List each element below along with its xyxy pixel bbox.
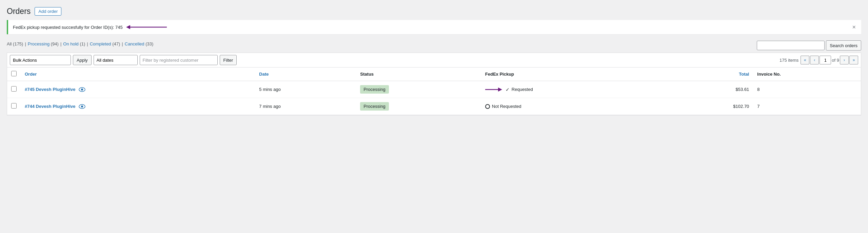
date-sort-link[interactable]: Date (259, 72, 269, 77)
row-2-circle-icon (485, 104, 490, 109)
svg-point-7 (81, 105, 83, 108)
row-2-order-cell: #744 Devesh PluginHive (21, 98, 255, 115)
row-2-fedex-cell: Not Requested (481, 98, 671, 115)
pagination-prev-button[interactable]: ‹ (810, 56, 819, 64)
pagination-first-button[interactable]: « (801, 56, 809, 64)
row-2-fedex-label: Not Requested (492, 104, 521, 109)
tab-all-label: All (7, 41, 12, 46)
status-column-header: Status (356, 67, 481, 81)
tab-on-hold-count: (1) (79, 41, 85, 46)
select-all-column (7, 67, 21, 81)
select-all-checkbox[interactable] (11, 71, 17, 76)
fedex-pickup-column-header: FedEx Pickup (481, 67, 671, 81)
page-number-input[interactable] (820, 56, 831, 64)
notice-text: FedEx pickup requested succesfully for O… (13, 25, 123, 30)
tab-completed-count: (47) (111, 41, 120, 46)
bulk-actions-select[interactable]: Bulk Actions Mark processing Mark on-hol… (10, 55, 71, 65)
tab-cancelled[interactable]: Cancelled (125, 41, 144, 46)
total-column-header: Total (671, 67, 753, 81)
row-1-status-cell: Processing (356, 81, 481, 98)
tab-on-hold[interactable]: On hold (63, 41, 79, 46)
row-2-status-badge: Processing (360, 102, 389, 111)
pagination: « ‹ of 9 › » (801, 56, 858, 64)
svg-marker-5 (498, 88, 502, 92)
items-count: 175 items (780, 58, 798, 63)
notice-close-button[interactable]: × (851, 23, 856, 31)
row-1-order-link[interactable]: #745 Devesh PluginHive (25, 87, 76, 92)
row-2-view-icon[interactable] (79, 104, 85, 109)
row-1-date-cell: 5 mins ago (255, 81, 356, 98)
row-2-date-cell: 7 mins ago (255, 98, 356, 115)
total-sort-link[interactable]: Total (739, 72, 749, 77)
row-1-check-icon: ✓ (506, 87, 510, 92)
row-1-total-cell: $53.61 (671, 81, 753, 98)
filter-tabs: All (175) | Processing (94) | On hold (1… (7, 41, 153, 46)
tab-completed[interactable]: Completed (90, 41, 111, 46)
add-order-button[interactable]: Add order (35, 7, 61, 16)
row-1-checkbox[interactable] (11, 86, 17, 92)
row-2-status-cell: Processing (356, 98, 481, 115)
row-1-order-cell: #745 Devesh PluginHive (21, 81, 255, 98)
svg-marker-1 (126, 25, 130, 29)
row-1-invoice-cell: 8 (753, 81, 861, 98)
row-2-checkbox[interactable] (11, 103, 17, 109)
search-orders-button[interactable]: Search orders (826, 40, 861, 51)
customer-filter-select[interactable]: Filter by registered customer (140, 55, 218, 65)
pagination-last-button[interactable]: » (849, 56, 858, 64)
tab-processing-count: (94) (50, 41, 59, 46)
order-column-header: Order (21, 67, 255, 81)
row-1-status-badge: Processing (360, 85, 389, 94)
toolbar: Bulk Actions Mark processing Mark on-hol… (7, 53, 861, 67)
date-column-header: Date (255, 67, 356, 81)
table-row: #744 Devesh PluginHive 7 mins ago Proces… (7, 98, 861, 115)
filter-button[interactable]: Filter (220, 55, 237, 65)
page-title: Orders (7, 7, 31, 16)
tab-processing[interactable]: Processing (28, 41, 50, 46)
apply-button[interactable]: Apply (73, 55, 92, 65)
tab-cancelled-count: (33) (144, 41, 154, 46)
row-1-checkbox-cell (7, 81, 21, 98)
row-1-fedex-arrow-icon (485, 86, 502, 93)
notice-bar: FedEx pickup requested succesfully for O… (7, 20, 861, 34)
row-1-view-icon[interactable] (79, 87, 85, 92)
page-of-text: of 9 (832, 58, 839, 63)
notice-arrow (126, 24, 170, 30)
svg-point-3 (81, 89, 83, 91)
row-2-invoice-cell: 7 (753, 98, 861, 115)
pagination-next-button[interactable]: › (840, 56, 849, 64)
row-1-fedex-cell: ✓ Requested (481, 81, 671, 98)
row-1-fedex-label: Requested (512, 87, 533, 92)
dates-select[interactable]: All dates January 2024 February 2024 (94, 55, 138, 65)
table-row: #745 Devesh PluginHive 5 mins ago Proces… (7, 81, 861, 98)
invoice-column-header: Invoice No. (753, 67, 861, 81)
orders-table: Order Date Status FedEx Pickup Total Inv… (7, 67, 861, 115)
row-2-checkbox-cell (7, 98, 21, 115)
order-sort-link[interactable]: Order (25, 72, 37, 77)
search-input[interactable] (757, 41, 825, 50)
orders-table-wrapper: Order Date Status FedEx Pickup Total Inv… (7, 67, 861, 115)
row-2-order-link[interactable]: #744 Devesh PluginHive (25, 104, 76, 109)
tab-all-count-val: (175) (13, 41, 23, 46)
row-2-total-cell: $102.70 (671, 98, 753, 115)
